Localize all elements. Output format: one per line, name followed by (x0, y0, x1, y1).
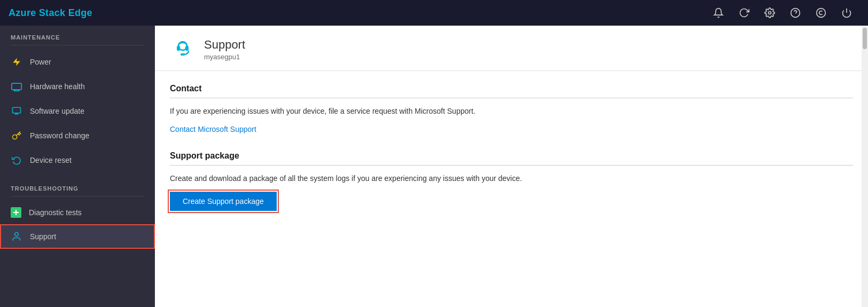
settings-button[interactable] (757, 0, 783, 26)
sidebar-item-password-change[interactable]: Password change (0, 123, 155, 148)
software-update-icon (11, 105, 22, 117)
topbar-icons (706, 0, 859, 26)
sidebar-item-power[interactable]: Power (0, 50, 155, 74)
sidebar-item-hardware-health-label: Hardware health (30, 82, 85, 91)
svg-rect-18 (181, 53, 185, 56)
help-button[interactable] (783, 0, 808, 26)
svg-point-3 (817, 9, 826, 18)
support-nav-icon (11, 231, 22, 242)
svg-point-14 (15, 233, 19, 237)
svg-rect-10 (13, 107, 21, 113)
sidebar-item-diagnostic-tests[interactable]: Diagnostic tests (0, 201, 155, 224)
support-package-section-title: Support package (170, 151, 853, 161)
sidebar-item-support[interactable]: Support (0, 224, 155, 249)
sidebar-item-hardware-health[interactable]: Hardware health (0, 74, 155, 99)
contact-microsoft-support-link[interactable]: Contact Microsoft Support (170, 125, 256, 133)
password-change-icon (11, 130, 22, 141)
troubleshooting-divider (11, 196, 144, 196)
scrollbar[interactable] (862, 26, 868, 307)
bell-button[interactable] (706, 0, 731, 26)
page-header: Support myasegpu1 (155, 26, 868, 71)
contact-section-title: Contact (170, 84, 853, 93)
topbar: Azure Stack Edge (0, 0, 868, 26)
svg-marker-5 (13, 58, 20, 66)
content-area: Support myasegpu1 Contact If you are exp… (155, 26, 868, 307)
page-header-icon (170, 36, 196, 62)
sidebar-item-power-label: Power (30, 58, 51, 66)
contact-description: If you are experiencing issues with your… (170, 106, 853, 117)
svg-point-0 (769, 12, 771, 14)
maintenance-section-label: MAINTENANCE (0, 26, 155, 45)
content-body: Contact If you are experiencing issues w… (155, 71, 868, 241)
contact-section-divider (170, 98, 853, 98)
page-subtitle: myasegpu1 (204, 53, 245, 61)
support-package-section: Support package Create and download a pa… (170, 151, 853, 211)
contact-section: Contact If you are experiencing issues w… (170, 84, 853, 134)
hardware-health-icon (11, 81, 22, 92)
device-reset-icon (11, 154, 22, 166)
svg-rect-17 (185, 46, 189, 51)
sidebar-item-diagnostic-tests-label: Diagnostic tests (29, 208, 82, 217)
main-layout: MAINTENANCE Power Hardware health (0, 26, 868, 307)
svg-rect-6 (12, 83, 21, 90)
sidebar-item-device-reset-label: Device reset (30, 156, 72, 164)
support-package-section-divider (170, 165, 853, 166)
diagnostic-tests-icon (11, 207, 21, 218)
app-title: Azure Stack Edge (9, 7, 92, 19)
support-package-description: Create and download a package of all the… (170, 173, 853, 184)
sidebar-item-support-label: Support (30, 232, 56, 241)
sidebar-item-software-update[interactable]: Software update (0, 99, 155, 123)
refresh-button[interactable] (731, 0, 757, 26)
maintenance-divider (11, 45, 144, 45)
page-header-text: Support myasegpu1 (204, 38, 245, 61)
sidebar: MAINTENANCE Power Hardware health (0, 26, 155, 307)
svg-rect-16 (177, 46, 180, 51)
power-nav-icon (11, 56, 22, 68)
power-button[interactable] (834, 0, 859, 26)
page-title: Support (204, 38, 245, 52)
scrollbar-thumb (863, 28, 867, 49)
sidebar-item-password-change-label: Password change (30, 131, 89, 140)
sidebar-item-software-update-label: Software update (30, 107, 84, 115)
create-support-package-button[interactable]: Create Support package (170, 192, 277, 211)
troubleshooting-section-label: TROUBLESHOOTING (0, 177, 155, 196)
copyright-button[interactable] (808, 0, 834, 26)
sidebar-item-device-reset[interactable]: Device reset (0, 148, 155, 172)
